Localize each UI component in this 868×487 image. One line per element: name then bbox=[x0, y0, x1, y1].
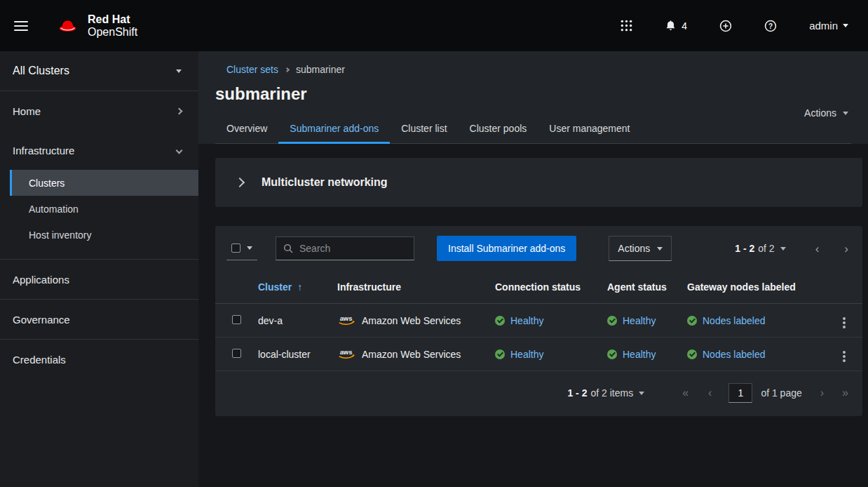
table-header-row: Cluster↑ Infrastructure Connection statu… bbox=[215, 271, 862, 304]
search-icon bbox=[283, 244, 293, 253]
perspective-label: All Clusters bbox=[13, 65, 69, 77]
question-circle-icon: ? bbox=[764, 20, 777, 32]
pagination-total: of 2 bbox=[758, 243, 774, 254]
sidebar-item-infrastructure[interactable]: Infrastructure bbox=[0, 131, 198, 170]
last-page-button[interactable]: » bbox=[842, 387, 848, 399]
prev-page-button[interactable]: ‹ bbox=[815, 243, 820, 255]
tab-bar: Overview Submariner add-ons Cluster list… bbox=[215, 114, 851, 144]
plus-circle-icon bbox=[719, 20, 732, 32]
tab-overview[interactable]: Overview bbox=[215, 114, 278, 143]
install-submariner-button[interactable]: Install Submariner add-ons bbox=[437, 236, 576, 261]
table-actions-dropdown[interactable]: Actions bbox=[609, 236, 672, 261]
gateway-nodes-link[interactable]: Nodes labeled bbox=[703, 349, 766, 360]
bell-icon bbox=[665, 20, 677, 32]
pagination-range: 1 - 2 bbox=[567, 387, 587, 399]
multicluster-networking-expandable[interactable]: Multicluster networking bbox=[215, 158, 862, 207]
app-launcher-button[interactable] bbox=[621, 20, 632, 32]
check-circle-icon bbox=[687, 316, 697, 326]
svg-text:?: ? bbox=[768, 22, 773, 29]
sidebar-item-automation[interactable]: Automation bbox=[10, 196, 198, 222]
caret-down-icon bbox=[657, 247, 663, 251]
prev-page-button[interactable]: ‹ bbox=[708, 387, 712, 399]
page-title: submariner bbox=[215, 84, 851, 104]
expand-chevron-icon[interactable] bbox=[235, 178, 245, 187]
caret-down-icon[interactable] bbox=[780, 247, 786, 251]
aws-icon: aws bbox=[337, 348, 356, 360]
sidebar-item-home[interactable]: Home bbox=[0, 91, 198, 131]
pagination-range: 1 - 2 bbox=[735, 243, 754, 254]
cluster-name: local-cluster bbox=[258, 349, 311, 360]
column-header-infrastructure: Infrastructure bbox=[337, 271, 495, 304]
notification-count-badge: 4 bbox=[681, 20, 687, 32]
sidebar-item-credentials[interactable]: Credentials bbox=[0, 340, 198, 379]
kebab-menu-button[interactable] bbox=[843, 355, 846, 358]
sidebar-item-governance[interactable]: Governance bbox=[0, 300, 198, 339]
kebab-menu-button[interactable] bbox=[843, 321, 846, 324]
nav-toggle-button[interactable] bbox=[14, 21, 28, 31]
page-actions-dropdown[interactable]: Actions bbox=[804, 107, 848, 119]
perspective-switcher[interactable]: All Clusters bbox=[0, 51, 198, 91]
next-page-button[interactable]: › bbox=[844, 243, 848, 255]
agent-status-link[interactable]: Healthy bbox=[623, 315, 656, 326]
breadcrumb-link-cluster-sets[interactable]: Cluster sets bbox=[226, 64, 278, 75]
column-header-gateway-nodes: Gateway nodes labeled bbox=[687, 271, 832, 304]
bottom-pagination: 1 - 2 of 2 items « ‹ of 1 page › » bbox=[215, 371, 862, 416]
breadcrumb: Cluster sets submariner bbox=[226, 64, 851, 75]
table-row: dev-a aws Amazon Web Services bbox=[215, 304, 862, 338]
search-input[interactable] bbox=[299, 243, 414, 254]
sidebar-item-clusters[interactable]: Clusters bbox=[10, 170, 198, 196]
hamburger-icon bbox=[14, 21, 28, 22]
tab-cluster-pools[interactable]: Cluster pools bbox=[459, 114, 538, 143]
user-name: admin bbox=[809, 20, 838, 32]
bulk-select-checkbox[interactable] bbox=[231, 244, 240, 253]
infrastructure-provider: Amazon Web Services bbox=[362, 315, 461, 326]
chevron-down-icon bbox=[176, 147, 183, 154]
column-header-cluster[interactable]: Cluster↑ bbox=[258, 271, 337, 304]
user-menu-button[interactable]: admin bbox=[809, 20, 848, 32]
connection-status-link[interactable]: Healthy bbox=[510, 315, 543, 326]
row-checkbox[interactable] bbox=[232, 349, 241, 358]
check-circle-icon bbox=[687, 349, 697, 359]
help-button[interactable]: ? bbox=[764, 20, 777, 32]
check-circle-icon bbox=[495, 349, 505, 359]
actions-column bbox=[832, 271, 862, 304]
page-number-input[interactable] bbox=[728, 383, 752, 403]
sidebar-item-host-inventory[interactable]: Host inventory bbox=[10, 222, 198, 248]
redhat-hat-icon bbox=[55, 16, 81, 35]
add-resource-button[interactable] bbox=[719, 20, 732, 32]
caret-down-icon bbox=[843, 24, 848, 27]
gateway-nodes-link[interactable]: Nodes labeled bbox=[703, 315, 766, 326]
infrastructure-subnav: Clusters Automation Host inventory bbox=[10, 170, 198, 248]
page-count-label: of 1 page bbox=[761, 387, 801, 399]
page-header: Cluster sets submariner submariner Overv… bbox=[198, 51, 868, 144]
svg-text:aws: aws bbox=[340, 348, 353, 356]
submariner-addons-table-card: Install Submariner add-ons Actions 1 - 2… bbox=[215, 226, 862, 416]
caret-down-icon bbox=[247, 246, 252, 250]
bulk-select[interactable] bbox=[226, 236, 257, 260]
redhat-openshift-logo: Red Hat OpenShift bbox=[55, 13, 137, 39]
caret-down-icon[interactable] bbox=[639, 392, 644, 395]
notifications-button[interactable]: 4 bbox=[665, 20, 687, 32]
row-checkbox[interactable] bbox=[232, 315, 241, 324]
caret-down-icon bbox=[843, 112, 848, 115]
next-page-button[interactable]: › bbox=[820, 387, 824, 399]
breadcrumb-separator-icon bbox=[285, 67, 290, 72]
caret-down-icon bbox=[176, 69, 182, 73]
top-pagination: 1 - 2 of 2 ‹ › bbox=[735, 243, 848, 255]
first-page-button[interactable]: « bbox=[682, 387, 689, 399]
clusters-table: Cluster↑ Infrastructure Connection statu… bbox=[215, 271, 862, 371]
tab-user-management[interactable]: User management bbox=[538, 114, 641, 143]
connection-status-link[interactable]: Healthy bbox=[510, 349, 543, 360]
tab-submariner-add-ons[interactable]: Submariner add-ons bbox=[278, 114, 390, 143]
logo-brand: Red Hat bbox=[88, 13, 137, 26]
cluster-name: dev-a bbox=[258, 315, 283, 326]
table-row: local-cluster aws Amazon Web Services bbox=[215, 338, 862, 371]
svg-text:aws: aws bbox=[340, 314, 353, 322]
tab-cluster-list[interactable]: Cluster list bbox=[390, 114, 458, 143]
masthead-left: Red Hat OpenShift bbox=[14, 13, 137, 39]
search-box bbox=[276, 236, 414, 260]
sidebar-item-applications[interactable]: Applications bbox=[0, 260, 198, 299]
sidebar: All Clusters Home Infrastructure Cluster… bbox=[0, 51, 198, 487]
agent-status-link[interactable]: Healthy bbox=[623, 349, 656, 360]
column-header-agent-status: Agent status bbox=[607, 271, 687, 304]
